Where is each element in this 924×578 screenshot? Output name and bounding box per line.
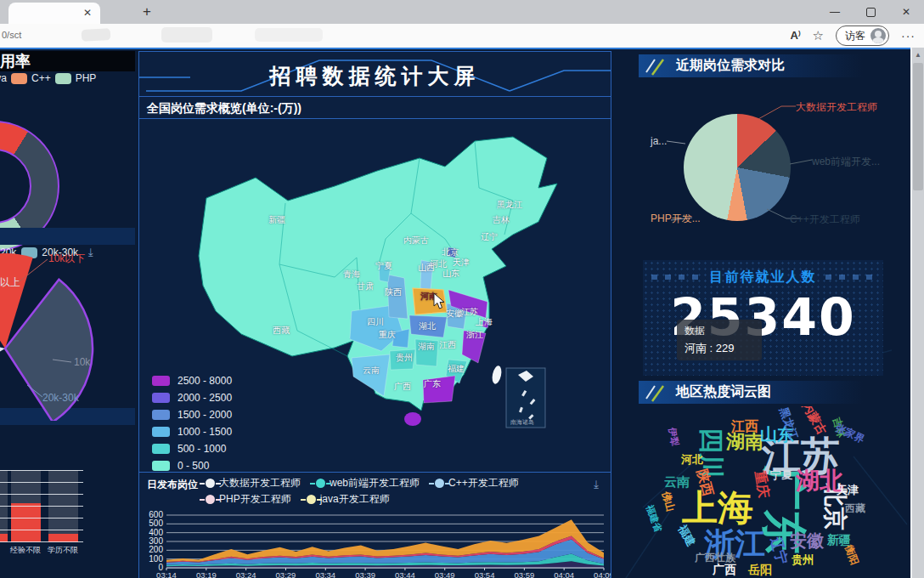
province-label: 江西: [439, 339, 456, 351]
province-label: 山东: [442, 268, 459, 280]
province-label: 黑龙江: [497, 199, 522, 211]
daily-posts-panel: 日发布岗位 大数据开发工程师web前端开发工程师C++开发工程师PHP开发工程师…: [138, 473, 611, 578]
usage-legend-item[interactable]: PHP: [55, 72, 97, 84]
bar-category-label: 经验不限: [10, 545, 41, 556]
read-aloud-icon[interactable]: A): [790, 29, 800, 42]
wordcloud-word[interactable]: 西藏: [845, 503, 865, 513]
province-label: 吉林: [493, 214, 510, 226]
province-label: 西藏: [273, 325, 290, 337]
more-menu-icon[interactable]: ···: [901, 29, 916, 42]
window-controls: — ✕: [817, 0, 924, 24]
province-label: 上海: [476, 316, 493, 328]
wordcloud-header-label: 地区热度词云图: [676, 383, 771, 401]
province-label: 内蒙古: [403, 235, 429, 246]
vertical-scrollbar[interactable]: ▲: [912, 48, 924, 578]
wordcloud-word[interactable]: 贵州: [792, 554, 814, 565]
browser-tab-bar: ✕ + — ✕: [0, 0, 924, 24]
browser-tab[interactable]: ✕: [8, 3, 100, 24]
wordcloud-word[interactable]: 云南: [664, 475, 690, 488]
svg-text:03:59: 03:59: [514, 570, 534, 578]
experience-bar-chart[interactable]: [0, 470, 93, 542]
wordcloud-word[interactable]: 福建省: [645, 504, 663, 534]
stacked-area-chart[interactable]: 010020030040050060003:1403:1903:2403:290…: [139, 473, 611, 578]
wordcloud-word[interactable]: 衡阳: [843, 544, 859, 567]
svg-text:03:54: 03:54: [475, 570, 495, 578]
pie-label-cpp[interactable]: C++开发工程师: [790, 212, 860, 227]
pie-label-bigdata[interactable]: 大数据开发工程师: [796, 100, 877, 115]
wordcloud-word[interactable]: 广西壮族: [695, 552, 735, 563]
pie-label-web[interactable]: web前端开发...: [812, 155, 880, 169]
province-label: 广西: [394, 381, 411, 393]
province-label: 山西: [418, 262, 435, 274]
wordcloud-word[interactable]: 伊犁: [668, 427, 680, 447]
wordcloud-word[interactable]: 江西: [731, 420, 758, 434]
province-label: 甘肃: [357, 280, 374, 292]
usage-legend-item[interactable]: C++: [11, 72, 51, 84]
province-label: 浙江: [466, 329, 483, 341]
gridline: [0, 506, 83, 507]
favorites-star-icon[interactable]: ☆: [813, 28, 824, 43]
bar-value[interactable]: [11, 503, 41, 542]
svg-text:100: 100: [149, 554, 163, 564]
province-label: 四川: [367, 316, 384, 328]
minimize-button[interactable]: —: [817, 0, 853, 24]
gridline: [0, 494, 83, 495]
wordcloud-word[interactable]: 佛山: [661, 490, 676, 513]
province-label: 安徽: [446, 308, 463, 320]
header-slash-icon: [645, 383, 668, 402]
wordcloud-word[interactable]: 广西: [713, 564, 736, 575]
avatar: [870, 28, 886, 43]
wordcloud-word[interactable]: 宁夏: [770, 469, 792, 480]
province-label: 青海: [343, 269, 360, 280]
svg-text:03:14: 03:14: [156, 570, 177, 578]
map-province-hainan[interactable]: [404, 412, 421, 426]
wordcloud-word[interactable]: 天津: [837, 484, 859, 496]
svg-text:500: 500: [149, 518, 163, 528]
profile-button[interactable]: 访客: [836, 26, 889, 46]
svg-text:600: 600: [149, 510, 163, 519]
pending-header: 目前待就业人数: [643, 269, 883, 286]
maximize-button[interactable]: [853, 0, 888, 24]
svg-text:04:09: 04:09: [594, 570, 611, 578]
province-label: 重庆: [379, 329, 396, 341]
map-range-legend: 2500 - 80002000 - 25001500 - 20001000 - …: [152, 372, 232, 474]
address-bar[interactable]: 0/sct A) ☆ 访客 ···: [0, 24, 924, 48]
wordcloud-word[interactable]: 新疆: [827, 534, 851, 546]
map-legend-item: 1500 - 2000: [152, 406, 232, 423]
wordcloud-word[interactable]: 湖南: [726, 433, 763, 451]
svg-text:03:44: 03:44: [395, 570, 415, 578]
usage-legend-item[interactable]: java: [0, 72, 7, 84]
gridline: [0, 530, 83, 530]
wordcloud-word[interactable]: 河北: [681, 454, 703, 465]
map-taiwan: [491, 365, 503, 385]
province-label: 天津: [453, 257, 470, 269]
svg-text:04:04: 04:04: [554, 570, 574, 578]
new-tab-button[interactable]: +: [136, 2, 158, 22]
province-label: 宁夏: [375, 260, 392, 272]
wordcloud-word[interactable]: 安徽: [790, 532, 824, 549]
province-label: 湖南: [418, 341, 435, 353]
pie-label-java[interactable]: ja...: [651, 135, 667, 147]
svg-text:300: 300: [149, 536, 163, 546]
wordcloud-word[interactable]: 内蒙古: [800, 406, 828, 437]
province-label: 贵州: [396, 352, 413, 364]
map-tooltip: 数据 河南 : 229: [677, 320, 762, 360]
province-label: 新疆: [268, 214, 285, 226]
wordcloud-word[interactable]: 上海: [682, 490, 753, 526]
tooltip-title: 数据: [685, 324, 754, 338]
close-button[interactable]: ✕: [888, 0, 924, 24]
scroll-up-icon[interactable]: ▲: [912, 49, 924, 61]
watermark: [82, 28, 111, 42]
wordcloud-word[interactable]: 岳阳: [748, 564, 772, 575]
usage-rate-header: 用率: [0, 51, 135, 71]
pie-label-php[interactable]: PHP开发...: [651, 212, 701, 226]
province-label: 湖北: [419, 320, 436, 332]
rose-annotation-above: 以上: [0, 275, 20, 290]
south-china-sea-inset: 南海诸岛: [506, 368, 545, 428]
province-label: 陕西: [385, 286, 402, 298]
tab-close-icon[interactable]: ✕: [83, 7, 92, 19]
scrollbar-thumb[interactable]: [913, 63, 923, 190]
map-legend-item: 0 - 500: [152, 457, 232, 474]
china-map[interactable]: 南海诸岛 新疆西藏青海甘肃宁夏内蒙古黑龙江吉林辽宁北京天津河北山西山东陕西河南安…: [139, 120, 611, 472]
svg-text:03:49: 03:49: [435, 570, 455, 578]
